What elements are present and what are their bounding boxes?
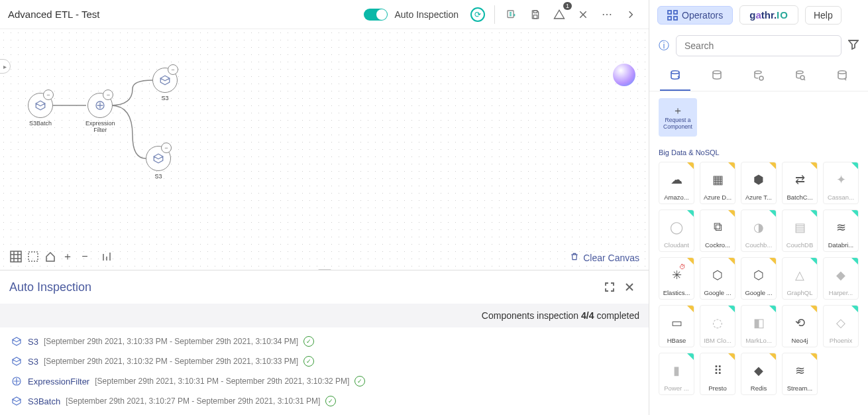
- info-icon[interactable]: ⓘ: [659, 39, 669, 53]
- tab-db[interactable]: [702, 64, 732, 91]
- operators-button[interactable]: Operators: [657, 6, 733, 25]
- operator-databri[interactable]: ≋Databri...: [823, 209, 859, 252]
- tab-db-in[interactable]: [660, 64, 690, 91]
- operator-phoenix[interactable]: ◇Phoenix: [823, 305, 859, 347]
- corner-badge-icon: [851, 306, 858, 312]
- search-input[interactable]: [676, 35, 841, 56]
- log-row[interactable]: S3Batch[September 29th 2021, 3:10:27 PM …: [0, 391, 649, 411]
- panel-close-icon[interactable]: [620, 277, 639, 297]
- operator-stream[interactable]: ≋Stream...: [782, 353, 818, 395]
- log-row[interactable]: S3[September 29th 2021, 3:10:33 PM - Sep…: [0, 331, 649, 351]
- operator-batchc[interactable]: ⇄BatchC...: [782, 162, 818, 204]
- assistant-orb-icon[interactable]: [613, 64, 635, 86]
- pipeline-canvas[interactable]: ▸ − S3Batch − Expression Filter −: [0, 29, 649, 270]
- operator-label: Google ...: [745, 289, 772, 296]
- page-title: Advanced ETL - Test: [8, 9, 360, 20]
- plus-icon: ＋: [673, 105, 683, 117]
- operator-marklo[interactable]: ◧MarkLo...: [741, 305, 777, 347]
- panel-status: Components inspection 4/4 completed: [0, 304, 649, 327]
- select-icon[interactable]: [25, 249, 41, 265]
- operator-azuret[interactable]: ⬢Azure T...: [741, 162, 777, 204]
- corner-badge-icon: [810, 162, 817, 169]
- auto-inspection-toggle[interactable]: [364, 9, 388, 21]
- operator-azured[interactable]: ▦Azure D...: [700, 162, 735, 204]
- operator-google[interactable]: ⬡Google ...: [741, 257, 777, 300]
- close-button[interactable]: [573, 5, 593, 25]
- operator-label: Google ...: [704, 289, 731, 296]
- gathr-logo[interactable]: gathr.IO: [739, 5, 798, 25]
- operator-label: Phoenix: [830, 337, 852, 344]
- operator-icon: ⬡: [712, 261, 723, 289]
- corner-badge-icon: [769, 162, 776, 169]
- operator-label: Databri...: [828, 241, 854, 249]
- operator-cassan[interactable]: ✦Cassan...: [823, 162, 859, 204]
- operator-couchdb[interactable]: ▤CouchDB: [782, 209, 818, 252]
- operator-couchb[interactable]: ◑Couchb...: [741, 209, 777, 252]
- log-list: S3[September 29th 2021, 3:10:33 PM - Sep…: [0, 327, 649, 415]
- save-button[interactable]: [525, 5, 545, 25]
- operator-label: GraphQL: [787, 289, 812, 296]
- request-component-button[interactable]: ＋ Request a Component: [659, 98, 697, 137]
- corner-badge-icon: [810, 210, 817, 217]
- operator-harper[interactable]: ◆Harper...: [823, 257, 859, 300]
- node-s3-top[interactable]: − S3: [152, 68, 178, 102]
- expand-handle[interactable]: ▸: [0, 59, 11, 74]
- operator-label: Power ...: [664, 385, 689, 392]
- zoom-out-icon[interactable]: −: [77, 249, 93, 265]
- tab-db-search[interactable]: [785, 64, 816, 91]
- import-button[interactable]: [502, 5, 521, 25]
- operator-label: Cassan...: [828, 194, 854, 201]
- log-name: S3Batch: [28, 396, 60, 406]
- more-button[interactable]: ⋯: [597, 5, 617, 25]
- operator-icon: ▦: [712, 165, 724, 194]
- operator-google[interactable]: ⬡Google ...: [700, 257, 735, 300]
- operator-graphql[interactable]: △GraphQL: [782, 257, 818, 300]
- corner-badge-icon: [851, 210, 858, 217]
- operator-redis[interactable]: ◆Redis: [741, 353, 777, 395]
- filter-icon: [11, 375, 23, 387]
- operator-icon: ☁: [671, 165, 682, 194]
- resize-handle[interactable]: [318, 269, 331, 270]
- operator-label: Couchb...: [745, 241, 773, 249]
- tab-db-gear[interactable]: [743, 64, 774, 91]
- operator-icon: ◧: [753, 308, 765, 337]
- panel-title: Auto Inspection: [9, 280, 600, 294]
- operator-label: CouchDB: [787, 241, 814, 249]
- operator-cloudant[interactable]: ◯Cloudant: [659, 209, 694, 252]
- operator-neo4j[interactable]: ⟲Neo4j: [782, 305, 818, 347]
- zoom-in-icon[interactable]: ＋: [60, 249, 76, 265]
- refresh-button[interactable]: ⟳: [468, 5, 488, 25]
- log-time: [September 29th 2021, 3:10:32 PM - Septe…: [44, 357, 298, 366]
- clear-canvas-button[interactable]: Clear Canvas: [570, 252, 639, 263]
- node-expfilter[interactable]: − Expression Filter: [85, 93, 115, 134]
- forward-button[interactable]: [621, 5, 641, 25]
- svg-point-17: [838, 71, 846, 74]
- operator-cockro[interactable]: ⧉Cockro...: [700, 209, 735, 252]
- tab-db-out[interactable]: [827, 64, 857, 91]
- operator-icon: ▭: [671, 308, 682, 337]
- grid-icon[interactable]: [8, 249, 24, 265]
- warnings-button[interactable]: 1: [549, 5, 569, 25]
- filter-icon[interactable]: [848, 39, 859, 52]
- fullscreen-icon[interactable]: [600, 277, 620, 297]
- operator-power[interactable]: ▮Power ...: [659, 353, 694, 395]
- operator-label: Harper...: [829, 289, 853, 296]
- chart-icon[interactable]: [99, 249, 115, 265]
- node-s3batch[interactable]: − S3Batch: [28, 93, 53, 127]
- operator-ibmclo[interactable]: ◌IBM Clo...: [700, 305, 735, 347]
- operator-icon: ⧉: [714, 213, 722, 241]
- operator-hbase[interactable]: ▭HBase: [659, 305, 694, 347]
- log-row[interactable]: ExpressionFilter[September 29th 2021, 3:…: [0, 371, 649, 391]
- operator-icon: ◑: [753, 213, 764, 241]
- help-button[interactable]: Help: [805, 6, 841, 25]
- svg-rect-7: [668, 11, 671, 14]
- operator-presto[interactable]: ⠿Presto: [700, 353, 735, 395]
- node-s3-bottom[interactable]: − S3: [146, 146, 171, 180]
- operator-icon: ◆: [754, 356, 763, 385]
- log-row[interactable]: S3[September 29th 2021, 3:10:32 PM - Sep…: [0, 351, 649, 371]
- operator-amazo[interactable]: ☁Amazo...: [659, 162, 694, 204]
- trash-icon: [570, 252, 579, 263]
- operator-label: Stream...: [787, 385, 813, 392]
- home-icon[interactable]: [42, 249, 58, 265]
- operator-elastics[interactable]: ⏱✳Elastics...: [659, 257, 694, 300]
